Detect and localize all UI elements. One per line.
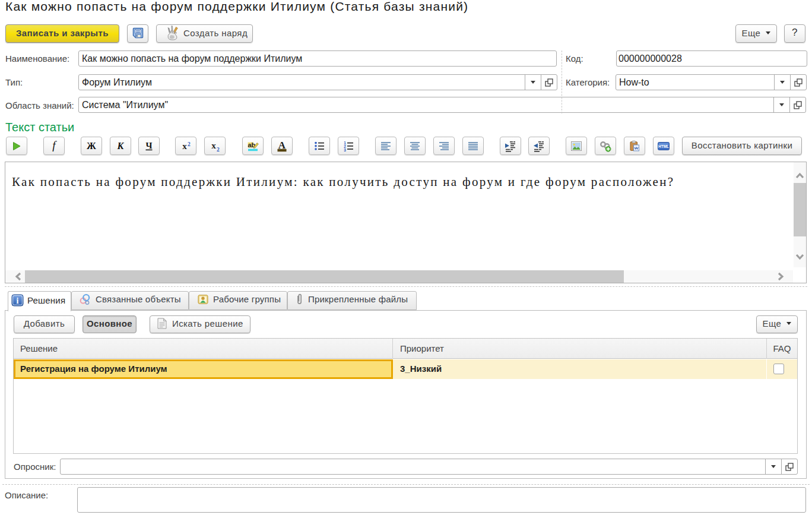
svg-text:3: 3	[344, 148, 346, 152]
svg-text:f: f	[52, 140, 57, 151]
svg-text:Ч: Ч	[145, 141, 152, 150]
svg-text:К: К	[117, 141, 125, 151]
svg-text:HTML: HTML	[658, 144, 669, 148]
svg-text:i: i	[16, 296, 18, 305]
svg-text:2: 2	[188, 141, 191, 147]
svg-text:Ж: Ж	[87, 141, 96, 151]
svg-text:x: x	[211, 140, 216, 150]
svg-text:x: x	[182, 141, 187, 150]
svg-text:2: 2	[217, 146, 220, 152]
